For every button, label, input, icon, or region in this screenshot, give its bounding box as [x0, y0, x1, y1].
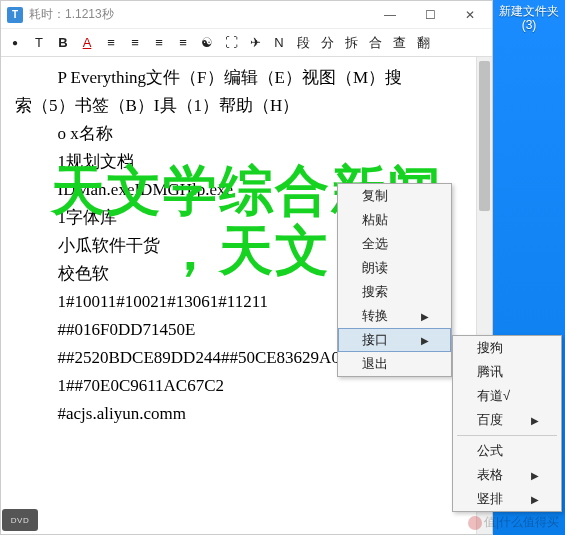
send-icon[interactable]: ✈ — [247, 33, 263, 53]
text-line: o x名称 — [15, 121, 478, 147]
record-icon[interactable]: ● — [7, 33, 23, 53]
split-button[interactable]: 分 — [319, 33, 335, 53]
align-center-button[interactable]: ≡ — [127, 33, 143, 53]
submenu-item-vertical[interactable]: 竖排▶ — [453, 487, 561, 511]
fullscreen-icon[interactable]: ⛶ — [223, 33, 239, 53]
folder-label[interactable]: 新建文件夹 (3) — [493, 0, 565, 36]
minimize-button[interactable]: — — [370, 3, 410, 27]
watermark-badge-icon — [468, 516, 482, 530]
maximize-button[interactable]: ☐ — [410, 3, 450, 27]
text-line: #acjs.aliyun.comm — [15, 401, 478, 427]
submenu-arrow-icon: ▶ — [531, 494, 539, 505]
submenu-arrow-icon: ▶ — [531, 470, 539, 481]
menu-separator — [457, 435, 557, 436]
submenu-arrow-icon: ▶ — [421, 311, 429, 322]
submenu-item-formula[interactable]: 公式 — [453, 439, 561, 463]
bold-b-button[interactable]: B — [55, 33, 71, 53]
menu-item-exit[interactable]: 退出 — [338, 352, 451, 376]
window-title: 耗时：1.1213秒 — [29, 6, 114, 23]
submenu-item-baidu[interactable]: 百度▶ — [453, 408, 561, 432]
dvd-icon: DVD — [2, 509, 38, 531]
submenu-item-sogou[interactable]: 搜狗 — [453, 336, 561, 360]
menu-item-selectall[interactable]: 全选 — [338, 232, 451, 256]
folder-name-line1: 新建文件夹 — [499, 4, 559, 18]
para-button[interactable]: 段 — [295, 33, 311, 53]
scrollbar-thumb[interactable] — [479, 61, 490, 211]
submenu-arrow-icon: ▶ — [421, 335, 429, 346]
context-submenu[interactable]: 搜狗 腾讯 有道√ 百度▶ 公式 表格▶ 竖排▶ — [452, 335, 562, 512]
detach-button[interactable]: 拆 — [343, 33, 359, 53]
font-color-button[interactable]: A — [79, 33, 95, 53]
app-icon: T — [7, 7, 23, 23]
n-button[interactable]: N — [271, 33, 287, 53]
menu-item-interface[interactable]: 接口▶ — [338, 328, 451, 352]
merge-button[interactable]: 合 — [367, 33, 383, 53]
align-left-button[interactable]: ≡ — [103, 33, 119, 53]
watermark-text: 值|什么值得买 — [484, 514, 559, 531]
menu-item-paste[interactable]: 粘贴 — [338, 208, 451, 232]
toolbar: ● T B A ≡ ≡ ≡ ≡ ☯ ⛶ ✈ N 段 分 拆 合 查 翻 — [1, 29, 492, 57]
submenu-item-table[interactable]: 表格▶ — [453, 463, 561, 487]
submenu-arrow-icon: ▶ — [531, 415, 539, 426]
theme-icon[interactable]: ☯ — [199, 33, 215, 53]
menu-item-convert[interactable]: 转换▶ — [338, 304, 451, 328]
context-menu[interactable]: 复制 粘贴 全选 朗读 搜索 转换▶ 接口▶ 退出 — [337, 183, 452, 377]
watermark: 值|什么值得买 — [468, 514, 559, 531]
bold-button[interactable]: T — [31, 33, 47, 53]
menu-item-search[interactable]: 搜索 — [338, 280, 451, 304]
folder-name-line2: (3) — [522, 18, 537, 32]
submenu-item-youdao[interactable]: 有道√ — [453, 384, 561, 408]
translate-button[interactable]: 翻 — [415, 33, 431, 53]
menu-item-read[interactable]: 朗读 — [338, 256, 451, 280]
search-button[interactable]: 查 — [391, 33, 407, 53]
text-line: P Everything文件（F）编辑（E）视图（M）搜 — [15, 65, 478, 91]
menu-item-copy[interactable]: 复制 — [338, 184, 451, 208]
align-right-button[interactable]: ≡ — [151, 33, 167, 53]
titlebar[interactable]: T 耗时：1.1213秒 — ☐ ✕ — [1, 1, 492, 29]
text-line: 索（5）书签（B）I具（1）帮助（H） — [15, 93, 478, 119]
submenu-item-tencent[interactable]: 腾讯 — [453, 360, 561, 384]
align-justify-button[interactable]: ≡ — [175, 33, 191, 53]
text-line: 1规划文档 — [15, 149, 478, 175]
close-button[interactable]: ✕ — [450, 3, 490, 27]
